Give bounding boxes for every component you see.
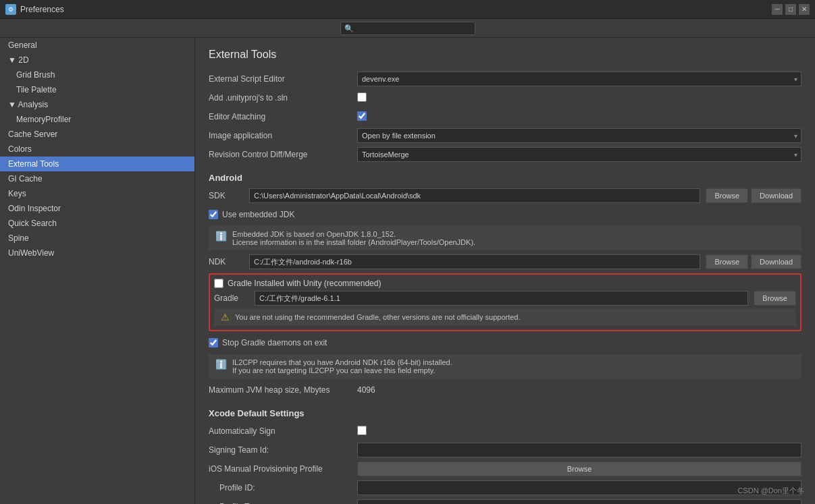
search-icon: 🔍: [344, 24, 354, 32]
gradle-warning-text: You are not using the recommended Gradle…: [235, 313, 521, 321]
external-script-editor-row: External Script Editor devenv.exe ▾: [209, 72, 801, 86]
editor-attaching-label: Editor Attaching: [209, 112, 357, 121]
use-embedded-jdk-text: Use embedded JDK: [222, 210, 294, 219]
sidebar-item-2d[interactable]: ▼ 2D: [0, 53, 194, 67]
close-button[interactable]: ✕: [799, 4, 810, 15]
signing-team-row: Signing Team Id:: [209, 443, 801, 457]
sidebar-item-grid-brush[interactable]: Grid Brush: [0, 67, 194, 82]
gradle-installed-checkbox[interactable]: [214, 279, 224, 288]
image-application-dropdown[interactable]: Open by file extension: [357, 128, 801, 143]
sdk-download-button[interactable]: Download: [751, 188, 801, 203]
sidebar-item-keys[interactable]: Keys: [0, 186, 194, 201]
ndk-label: NDK: [209, 257, 249, 267]
ios-profile-type-dropdown-wrap: Automatic ▾: [357, 499, 801, 504]
sidebar-item-external-tools[interactable]: External Tools: [0, 157, 194, 171]
use-embedded-jdk-row: Use embedded JDK: [209, 207, 801, 222]
auto-sign-row: Automatically Sign: [209, 424, 801, 439]
sidebar-item-odin-inspector[interactable]: Odin Inspector: [0, 201, 194, 216]
revision-control-dropdown-wrap: TortoiseMerge ▾: [357, 147, 801, 162]
image-application-control: Open by file extension ▾: [357, 128, 801, 143]
gradle-installed-label: Gradle Installed with Unity (recommended…: [228, 279, 381, 288]
sidebar-item-spine[interactable]: Spine: [0, 231, 194, 246]
il2cpp-info-text: IL2CPP requires that you have Android ND…: [232, 358, 452, 374]
title-bar: ⚙ Preferences ─ □ ✕: [0, 0, 815, 19]
revision-control-control: TortoiseMerge ▾: [357, 147, 801, 162]
ndk-input[interactable]: [249, 254, 700, 269]
app-icon: ⚙: [5, 4, 16, 15]
auto-sign-control: [357, 426, 801, 437]
gradle-warning-inner: ⚠ You are not using the recommended Grad…: [214, 308, 796, 326]
sdk-input[interactable]: [249, 188, 700, 203]
sidebar-item-colors[interactable]: Colors: [0, 142, 194, 157]
gradle-input[interactable]: [255, 291, 748, 306]
signing-team-input[interactable]: [357, 443, 801, 457]
sidebar-item-analysis[interactable]: ▼ Analysis: [0, 97, 194, 112]
external-script-editor-dropdown[interactable]: devenv.exe: [357, 72, 801, 86]
ios-profile-id-row: Profile ID:: [209, 480, 801, 495]
revision-control-dropdown[interactable]: TortoiseMerge: [357, 147, 801, 162]
ios-provisioning-row: iOS Manual Provisioning Profile Browse: [209, 461, 801, 476]
ios-profile-id-input[interactable]: [357, 480, 801, 495]
add-unityproj-label: Add .unityproj's to .sln: [209, 93, 357, 103]
gradle-label: Gradle: [214, 293, 255, 303]
sidebar-item-cache-server[interactable]: Cache Server: [0, 127, 194, 142]
editor-attaching-control: [357, 111, 801, 123]
page-title: External Tools: [209, 49, 801, 61]
auto-sign-label: Automatically Sign: [209, 426, 357, 436]
stop-gradle-checkbox[interactable]: [209, 338, 218, 347]
stop-gradle-wrap: Stop Gradle daemons on exit: [209, 338, 357, 347]
use-embedded-jdk-label: Use embedded JDK: [209, 210, 357, 219]
ios-profile-type-control: Automatic ▾: [357, 499, 801, 504]
ios-provisioning-control: Browse: [357, 461, 801, 476]
ios-profile-type-dropdown[interactable]: Automatic: [357, 499, 801, 504]
use-embedded-jdk-checkbox[interactable]: [209, 210, 218, 219]
il2cpp-info-icon: ℹ️: [215, 359, 227, 370]
watermark: CSDN @Don里个冬: [737, 486, 804, 496]
revision-control-row: Revision Control Diff/Merge TortoiseMerg…: [209, 147, 801, 162]
sidebar-item-memory-profiler[interactable]: MemoryProfiler: [0, 112, 194, 127]
android-section-title: Android: [209, 173, 801, 183]
sidebar-item-tile-palette[interactable]: Tile Palette: [0, 82, 194, 97]
external-script-editor-control: devenv.exe ▾: [357, 72, 801, 86]
ios-profile-id-control: [357, 480, 801, 495]
stop-gradle-text: Stop Gradle daemons on exit: [222, 338, 327, 347]
minimize-button[interactable]: ─: [772, 4, 783, 15]
image-application-row: Image application Open by file extension…: [209, 128, 801, 143]
signing-team-label: Signing Team Id:: [209, 445, 357, 455]
sidebar-item-general[interactable]: General: [0, 38, 194, 53]
stop-gradle-row: Stop Gradle daemons on exit: [209, 335, 801, 350]
stop-gradle-label: Stop Gradle daemons on exit: [209, 338, 357, 347]
auto-sign-checkbox[interactable]: [357, 426, 367, 435]
title-bar-controls: ─ □ ✕: [772, 4, 810, 15]
il2cpp-info-box: ℹ️ IL2CPP requires that you have Android…: [209, 354, 801, 379]
xcode-section-title: Xcode Default Settings: [209, 408, 801, 418]
external-script-editor-dropdown-wrap: devenv.exe ▾: [357, 72, 801, 86]
ios-browse-button[interactable]: Browse: [357, 461, 801, 476]
ndk-browse-button[interactable]: Browse: [706, 254, 748, 269]
search-bar: 🔍: [0, 19, 815, 38]
sdk-buttons: Browse Download: [703, 188, 801, 203]
search-wrap: 🔍: [340, 22, 475, 35]
ios-provisioning-label: iOS Manual Provisioning Profile: [209, 464, 357, 474]
ndk-row: NDK Browse Download: [209, 254, 801, 269]
ndk-download-button[interactable]: Download: [751, 254, 801, 269]
editor-attaching-checkbox[interactable]: [357, 111, 367, 121]
search-input[interactable]: [340, 22, 475, 35]
max-jvm-control: 4096: [357, 385, 801, 395]
ios-profile-type-row: Profile Type: Automatic ▾: [209, 499, 801, 504]
max-jvm-label: Maximum JVM heap size, Mbytes: [209, 385, 357, 395]
ndk-buttons: Browse Download: [703, 254, 801, 269]
content-area: External Tools External Script Editor de…: [195, 38, 815, 504]
gradle-buttons: Browse: [751, 291, 796, 306]
title-bar-text: Preferences: [20, 5, 64, 14]
sidebar-item-gi-cache[interactable]: GI Cache: [0, 171, 194, 186]
sdk-browse-button[interactable]: Browse: [706, 188, 748, 203]
warning-icon: ⚠: [221, 312, 230, 323]
sidebar-item-quick-search[interactable]: Quick Search: [0, 216, 194, 231]
maximize-button[interactable]: □: [785, 4, 796, 15]
add-unityproj-row: Add .unityproj's to .sln: [209, 90, 801, 105]
sdk-label: SDK: [209, 191, 249, 200]
gradle-browse-button[interactable]: Browse: [754, 291, 796, 306]
add-unityproj-checkbox[interactable]: [357, 92, 367, 102]
sidebar-item-uni-web-view[interactable]: UniWebView: [0, 246, 194, 260]
